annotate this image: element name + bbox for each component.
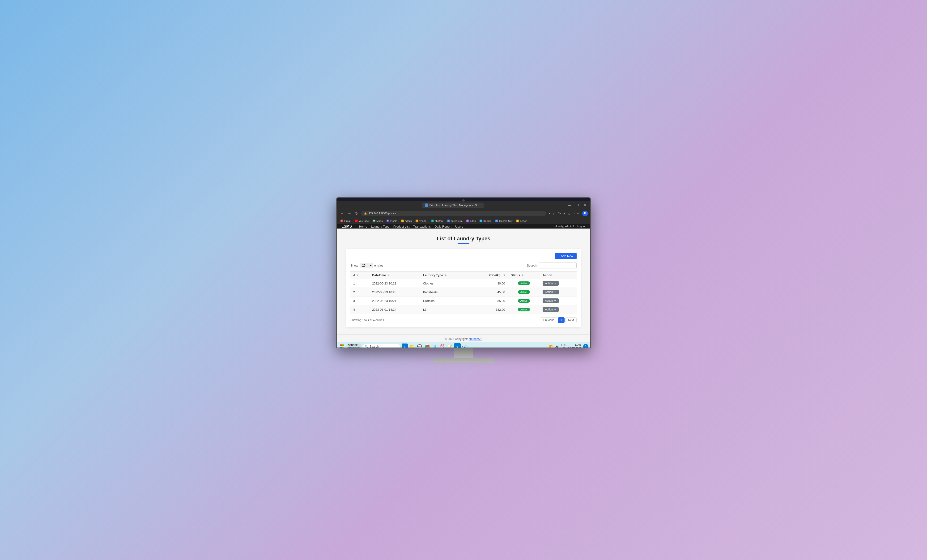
action-button[interactable]: Action ▼: [543, 290, 558, 294]
table-head: # ⇅ DateTime ⇅ Laundry Type ⇅ Price/kg. …: [350, 272, 577, 279]
minimize-button[interactable]: —: [567, 203, 573, 208]
monitor: P Price List | Laundry Shop Managament S…: [336, 197, 591, 348]
search-input[interactable]: [539, 263, 577, 269]
show-label: Show: [350, 264, 358, 267]
cell-laundry-type: Clothes: [420, 279, 470, 288]
previous-button[interactable]: Previous: [541, 317, 557, 323]
collections-icon[interactable]: ◇: [567, 211, 571, 216]
cell-action: Action ▼: [540, 296, 577, 305]
taskbar-arrow-icon[interactable]: ⌃: [545, 345, 547, 348]
bookmark-kaggle[interactable]: k Kaggle: [478, 219, 493, 223]
footer-text: © 2023 Copyright:: [445, 337, 468, 341]
address-bar[interactable]: 🔒 127.0.0.1:8000/prices: [361, 211, 546, 216]
action-caret-icon: ▼: [554, 308, 556, 311]
cell-num: 4: [350, 305, 369, 314]
back-button[interactable]: ←: [339, 211, 345, 216]
nav-home[interactable]: Home: [359, 225, 367, 228]
account-icon[interactable]: ○: [572, 211, 575, 216]
bookmark-pixels[interactable]: P Pixels: [385, 219, 398, 223]
taskbar-search-label: Search: [370, 345, 379, 348]
taskbar-vscode-icon[interactable]: </>: [462, 343, 468, 349]
taskbar-language: ENG IN: [561, 344, 566, 349]
nav-transactions[interactable]: Transactions: [413, 225, 431, 228]
taskbar-help-button[interactable]: ?: [583, 344, 588, 349]
bookmark-gmail[interactable]: G Gmail: [339, 219, 353, 223]
start-button[interactable]: [339, 343, 345, 349]
cell-datetime: 2022-05-23 10:23: [369, 288, 420, 296]
menu-icon[interactable]: ⋯: [577, 211, 581, 216]
page-1-button[interactable]: 1: [558, 317, 565, 323]
taskbar-browser2-icon[interactable]: e: [454, 343, 460, 349]
forward-button[interactable]: →: [346, 211, 352, 216]
search-label: Search:: [527, 264, 537, 267]
vendor-favicon: v: [416, 220, 418, 222]
nav-daily-report[interactable]: Daily Report: [435, 225, 451, 228]
bookmark-maps[interactable]: M Maps: [371, 219, 384, 223]
action-button[interactable]: Action ▼: [543, 281, 558, 286]
status-badge: Active: [518, 281, 530, 285]
col-datetime: DateTime ⇅: [369, 272, 420, 279]
bookmark-vendor[interactable]: v vendor: [414, 219, 429, 223]
nav-product-list[interactable]: Product List: [394, 225, 410, 228]
profile-icon[interactable]: ●: [548, 211, 551, 216]
showing-text: Showing 1 to 4 of 4 entries: [350, 319, 384, 322]
table-body: 1 2022-05-23 10:21 Clothes 30.00 Active …: [350, 279, 577, 314]
bookmark-odoo[interactable]: O odoo: [465, 219, 477, 223]
bookmark-google-sky[interactable]: G Google Sky: [494, 219, 514, 223]
app-footer: © 2023 Copyright: oretnom23: [337, 334, 590, 342]
taskbar-teams-icon[interactable]: 💬: [416, 343, 423, 349]
taskbar-notepad-icon[interactable]: 📝: [447, 343, 453, 349]
action-button[interactable]: Action ▼: [543, 307, 558, 312]
logout-button[interactable]: Logout: [577, 225, 585, 228]
cell-price: 35.00: [470, 296, 508, 305]
entries-select[interactable]: 10 25 50 100: [360, 263, 373, 268]
howdy-text: Howdy, admin3: [555, 225, 574, 228]
bookmark-youtube[interactable]: ▶ YouTube: [354, 219, 370, 223]
nav-users[interactable]: Users: [455, 225, 463, 228]
table-card: + Add New Show 10 25 50 100: [346, 249, 581, 327]
taskbar-edge-icon[interactable]: e: [402, 343, 408, 349]
reload-button[interactable]: ↻: [354, 211, 359, 216]
col-status: Status ⇅: [508, 272, 540, 279]
bookmark-peace[interactable]: p peace: [515, 219, 529, 223]
col-laundry-type: Laundry Type ⇅: [420, 272, 470, 279]
browser-tab[interactable]: P Price List | Laundry Shop Managament S…: [422, 203, 483, 208]
svg-point-5: [426, 346, 428, 347]
monitor-camera: [462, 199, 465, 202]
pagination: Previous 1 Next: [541, 317, 577, 323]
bing-icon[interactable]: B: [582, 211, 588, 216]
svg-rect-1: [342, 344, 344, 346]
taskbar-clock-icon[interactable]: ⏰: [439, 343, 445, 349]
sort-status-icon: ⇅: [522, 274, 524, 277]
cell-num: 2: [350, 288, 369, 296]
sort-price-icon: ⇅: [503, 274, 505, 277]
refresh-icon[interactable]: ↻: [558, 211, 561, 216]
add-new-button[interactable]: + Add New: [555, 253, 577, 259]
nav-laundry-type[interactable]: Laundry Type: [371, 225, 390, 228]
cell-status: Active: [508, 288, 540, 296]
sensex-title: SENSEX: [348, 344, 358, 347]
next-button[interactable]: Next: [565, 317, 577, 323]
nav-links: Home Laundry Type Product List Transacti…: [359, 225, 550, 228]
bookmark-chatgpt[interactable]: C chatgpt: [430, 219, 445, 223]
taskbar-files-icon[interactable]: 📁: [409, 343, 415, 349]
googlesky-favicon: G: [495, 220, 498, 222]
monitor-stand-base: [433, 358, 494, 363]
close-button[interactable]: ✕: [582, 203, 588, 208]
bookmark-admin[interactable]: a admin: [400, 219, 413, 223]
bookmarks-bar: G Gmail ▶ YouTube M Maps P Pixels a ad: [337, 218, 590, 224]
taskbar-skype-icon[interactable]: S: [432, 343, 438, 349]
cell-status: Active: [508, 305, 540, 314]
taskbar-search-box[interactable]: 🔍 Search: [362, 344, 400, 349]
extensions-icon[interactable]: ■: [563, 211, 566, 216]
action-button[interactable]: Action ▼: [543, 298, 558, 303]
pagination-area: Showing 1 to 4 of 4 entries Previous 1 N…: [350, 317, 577, 323]
taskbar-chrome-icon[interactable]: [424, 343, 430, 349]
cell-datetime: 2022-05-23 10:21: [369, 279, 420, 288]
restore-button[interactable]: ❐: [574, 203, 581, 208]
table-row: 2 2022-05-23 10:23 Bedsheets 45.00 Activ…: [350, 288, 577, 296]
star-icon[interactable]: ☆: [552, 211, 556, 216]
footer-link[interactable]: oretnom23: [468, 337, 482, 341]
taskbar-speaker-icon[interactable]: 🔊: [555, 345, 559, 349]
bookmark-stellarium[interactable]: S Stellarium: [446, 219, 464, 223]
